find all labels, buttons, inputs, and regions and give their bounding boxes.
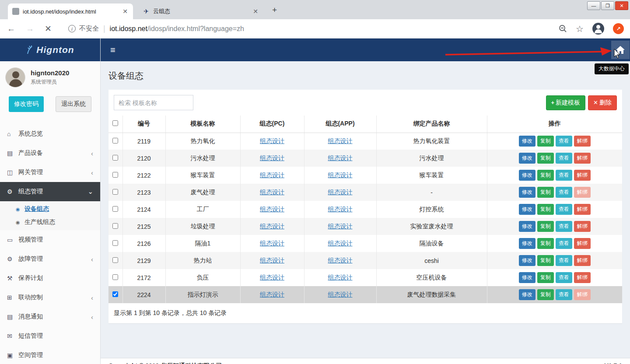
unbind-button[interactable]: 解绑 (574, 187, 591, 198)
app-config-link[interactable]: 组态设计 (328, 189, 353, 196)
url-text[interactable]: iot.idosp.net/idosp/index.html?language=… (110, 25, 244, 33)
delete-button[interactable]: ✕删除 (588, 95, 617, 110)
unbind-button[interactable]: 解绑 (574, 255, 591, 266)
unbind-button[interactable]: 解绑 (574, 170, 591, 181)
view-button[interactable]: 查看 (556, 221, 572, 232)
change-password-button[interactable]: 修改密码 (9, 96, 44, 112)
unbind-button[interactable]: 解绑 (574, 238, 591, 249)
sidebar-subitem-device-configuration[interactable]: ◉设备组态 (0, 203, 100, 216)
pc-config-link[interactable]: 组态设计 (260, 257, 284, 264)
row-checkbox[interactable] (112, 155, 118, 161)
pc-config-link[interactable]: 组态设计 (260, 137, 284, 144)
app-config-link[interactable]: 组态设计 (328, 240, 353, 247)
unbind-button[interactable]: 解绑 (574, 136, 591, 147)
unbind-button[interactable]: 解绑 (574, 289, 591, 300)
bookmark-star-icon[interactable]: ☆ (576, 24, 584, 34)
edit-button[interactable]: 修改 (519, 238, 536, 249)
search-input[interactable] (114, 95, 193, 110)
edit-button[interactable]: 修改 (519, 204, 536, 215)
app-config-link[interactable]: 组态设计 (328, 154, 353, 161)
app-config-link[interactable]: 组态设计 (328, 137, 353, 144)
row-checkbox[interactable] (112, 206, 118, 212)
unbind-button[interactable]: 解绑 (574, 153, 591, 164)
app-config-link[interactable]: 组态设计 (328, 172, 353, 178)
copy-button[interactable]: 复制 (537, 136, 554, 147)
row-checkbox[interactable] (112, 274, 118, 280)
pc-config-link[interactable]: 组态设计 (260, 189, 284, 196)
sidebar-item-maintenance-plan[interactable]: ⚒保养计划 (0, 269, 100, 288)
view-button[interactable]: 查看 (556, 204, 572, 215)
orange-extension-icon[interactable]: ↗ (613, 23, 624, 34)
sidebar-item-system-overview[interactable]: ⌂系统总览 (0, 124, 100, 144)
copy-button[interactable]: 复制 (537, 221, 554, 232)
new-template-button[interactable]: +新建模板 (546, 95, 586, 110)
sidebar-item-space-management[interactable]: ▣空间管理 (0, 346, 100, 364)
logout-button[interactable]: 退出系统 (56, 96, 91, 112)
sidebar-item-gateway-management[interactable]: ◫网关管理‹ (0, 163, 100, 182)
app-config-link[interactable]: 组态设计 (328, 291, 353, 298)
copy-button[interactable]: 复制 (537, 272, 554, 283)
stop-loading-icon[interactable]: ✕ (45, 24, 52, 34)
view-button[interactable]: 查看 (556, 170, 572, 181)
view-button[interactable]: 查看 (556, 272, 572, 283)
sidebar-item-fault-management[interactable]: ⚙故障管理‹ (0, 249, 100, 269)
tab-close-icon[interactable]: ✕ (122, 8, 129, 15)
browser-tab-active[interactable]: iot.idosp.net/idosp/index.html ✕ (8, 4, 133, 19)
copy-button[interactable]: 复制 (537, 289, 554, 300)
minimize-button[interactable]: — (587, 1, 600, 10)
edit-button[interactable]: 修改 (519, 136, 536, 147)
forward-icon[interactable]: → (26, 24, 34, 34)
copy-button[interactable]: 复制 (537, 238, 554, 249)
edit-button[interactable]: 修改 (519, 153, 536, 164)
select-all-checkbox[interactable] (112, 120, 118, 126)
tab-close-icon[interactable]: ✕ (252, 8, 259, 15)
edit-button[interactable]: 修改 (519, 272, 536, 283)
sidebar-item-sms-management[interactable]: ✉短信管理 (0, 326, 100, 346)
edit-button[interactable]: 修改 (519, 255, 536, 266)
view-button[interactable]: 查看 (556, 255, 572, 266)
sidebar-item-linkage-control[interactable]: ⊞联动控制‹ (0, 288, 100, 307)
copy-button[interactable]: 复制 (537, 255, 554, 266)
row-checkbox[interactable] (112, 257, 118, 263)
sidebar-subitem-production-line-configuration[interactable]: ◉生产线组态 (0, 216, 100, 229)
sidebar-item-product-equipment[interactable]: ▤产品设备‹ (0, 144, 100, 163)
pc-config-link[interactable]: 组态设计 (260, 240, 284, 247)
sidebar-item-message-notification[interactable]: ▤消息通知‹ (0, 307, 100, 326)
pc-config-link[interactable]: 组态设计 (260, 223, 284, 230)
view-button[interactable]: 查看 (556, 238, 572, 249)
edit-button[interactable]: 修改 (519, 187, 536, 198)
sidebar-item-video-management[interactable]: ▭视频管理 (0, 230, 100, 249)
app-config-link[interactable]: 组态设计 (328, 257, 353, 264)
browser-tab-inactive[interactable]: ✈ 云组态 ✕ (138, 4, 263, 19)
page-info-icon[interactable]: i (68, 25, 76, 32)
view-button[interactable]: 查看 (556, 153, 572, 164)
pc-config-link[interactable]: 组态设计 (260, 274, 284, 281)
row-checkbox[interactable] (112, 138, 118, 144)
unbind-button[interactable]: 解绑 (574, 204, 591, 215)
copy-button[interactable]: 复制 (537, 170, 554, 181)
row-checkbox[interactable] (112, 172, 118, 178)
close-button[interactable]: ✕ (615, 1, 628, 10)
view-button[interactable]: 查看 (556, 187, 572, 198)
app-config-link[interactable]: 组态设计 (328, 274, 353, 281)
app-config-link[interactable]: 组态设计 (328, 206, 353, 213)
edit-button[interactable]: 修改 (519, 221, 536, 232)
row-checkbox[interactable] (112, 189, 118, 195)
unbind-button[interactable]: 解绑 (574, 221, 591, 232)
copy-button[interactable]: 复制 (537, 153, 554, 164)
row-checkbox[interactable] (112, 240, 118, 246)
new-tab-button[interactable]: + (272, 5, 277, 15)
pc-config-link[interactable]: 组态设计 (260, 291, 284, 298)
pc-config-link[interactable]: 组态设计 (260, 154, 284, 161)
copy-button[interactable]: 复制 (537, 187, 554, 198)
unbind-button[interactable]: 解绑 (574, 272, 591, 283)
sidebar-item-configuration-management[interactable]: ⚙组态管理⌄ (0, 182, 100, 201)
row-checkbox[interactable] (112, 291, 118, 297)
app-config-link[interactable]: 组态设计 (328, 223, 353, 230)
copy-button[interactable]: 复制 (537, 204, 554, 215)
zoom-icon[interactable] (559, 24, 567, 33)
pc-config-link[interactable]: 组态设计 (260, 206, 284, 213)
row-checkbox[interactable] (112, 223, 118, 229)
view-button[interactable]: 查看 (556, 136, 572, 147)
browser-profile-icon[interactable] (592, 23, 604, 35)
